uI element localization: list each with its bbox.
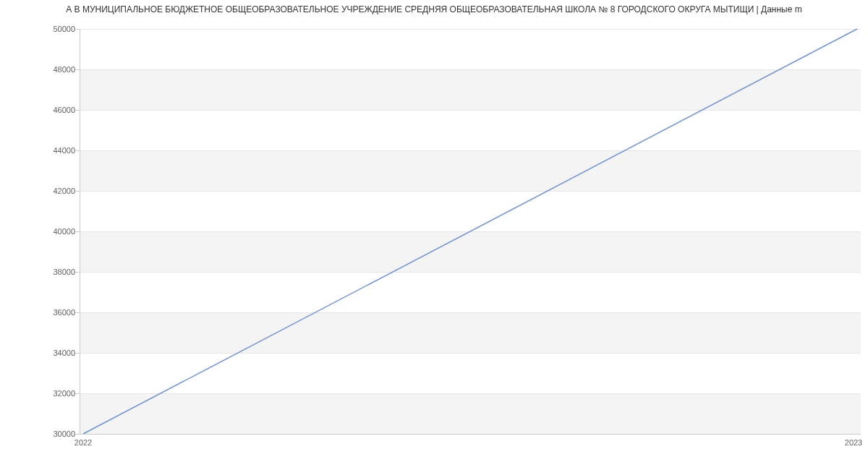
y-tick-label: 44000 [39, 146, 75, 155]
y-tick-label: 48000 [39, 65, 75, 74]
y-tick-label: 32000 [39, 389, 75, 398]
y-tick-label: 36000 [39, 308, 75, 317]
y-tick-label: 40000 [39, 227, 75, 236]
y-tick-label: 42000 [39, 187, 75, 195]
y-tick-label: 34000 [39, 349, 75, 357]
y-tick-label: 38000 [39, 268, 75, 276]
y-tick-label: 46000 [39, 106, 75, 114]
y-tick-label: 30000 [39, 430, 75, 438]
line-series [80, 29, 861, 434]
plot-area [80, 29, 861, 434]
x-tick-label: 2022 [75, 438, 92, 447]
y-axis-line [80, 29, 80, 434]
y-tick-label: 50000 [39, 25, 75, 33]
chart-container: А В МУНИЦИПАЛЬНОЕ БЮДЖЕТНОЕ ОБЩЕОБРАЗОВА… [0, 0, 868, 470]
x-tick-label: 2023 [845, 438, 862, 447]
x-axis-line [80, 434, 861, 435]
chart-title: А В МУНИЦИПАЛЬНОЕ БЮДЖЕТНОЕ ОБЩЕОБРАЗОВА… [0, 4, 868, 14]
